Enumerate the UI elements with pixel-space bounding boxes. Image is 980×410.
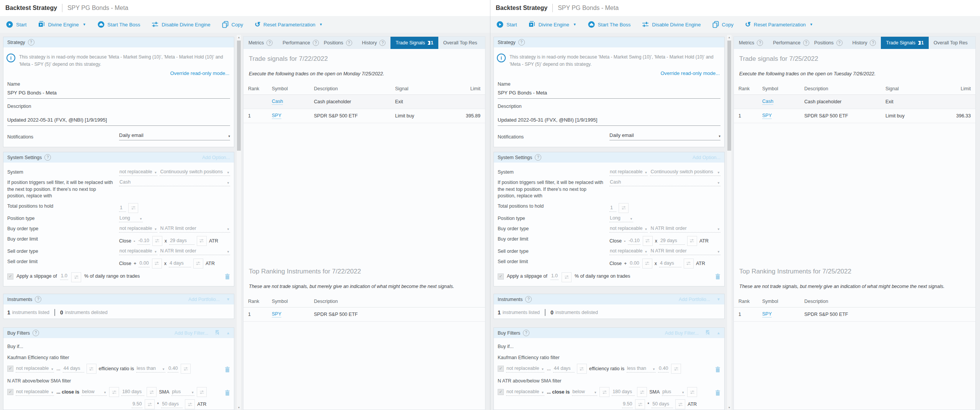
spy-symbol-link[interactable]: SPY — [272, 113, 281, 119]
parameterize-button[interactable] — [671, 364, 681, 374]
add-portfolio-link[interactable]: Add Portfolio... — [188, 297, 220, 302]
reset-parameterization-button[interactable]: ↺ Reset Parameterization ▼ — [255, 22, 323, 28]
natr-direction-dropdown[interactable]: below▼ — [572, 389, 597, 396]
kaufman-replaceable-checkbox[interactable] — [7, 366, 13, 372]
tab-metrics[interactable]: Metrics ? — [243, 37, 278, 49]
kaufman-replaceable-checkbox[interactable] — [498, 366, 504, 372]
scroll-up-arrow[interactable]: ▲ — [237, 35, 241, 39]
notifications-select[interactable]: Daily email ▾ — [609, 132, 720, 140]
spy-symbol-link[interactable]: SPY — [762, 311, 772, 317]
natr-op-dropdown[interactable]: plus▼ — [662, 389, 685, 396]
help-icon[interactable]: ? — [266, 40, 273, 46]
natr-replaceable-checkbox[interactable] — [498, 389, 504, 395]
scrollbar-thumb[interactable] — [237, 41, 241, 151]
parameterize-button[interactable] — [197, 387, 207, 397]
delete-natr-filter-button[interactable] — [715, 390, 720, 396]
add-buy-filter-link[interactable]: Add Buy Filter... — [175, 330, 208, 336]
help-icon[interactable]: ? — [836, 40, 843, 46]
buy-limit-offset-input[interactable]: -0.10 — [628, 238, 640, 245]
natr-mult-days-input[interactable]: 50 days — [161, 401, 183, 408]
tab-overall-top-results[interactable]: Overall Top Res — [438, 37, 482, 49]
chevron-up-icon[interactable]: ▲ — [717, 331, 720, 335]
bookmark-icon[interactable] — [215, 330, 220, 336]
parameterize-button[interactable] — [109, 387, 119, 397]
name-field[interactable]: SPY PG Bonds - Meta — [498, 90, 720, 99]
override-readonly-link[interactable]: Override read-only mode... — [660, 70, 720, 76]
parameterize-button[interactable] — [675, 399, 685, 409]
parameterize-button[interactable] — [577, 364, 587, 374]
kaufman-value-input[interactable]: 0.40 — [168, 366, 178, 373]
sell-limit-days-input[interactable]: 4 days — [169, 260, 191, 267]
delete-slippage-button[interactable] — [715, 273, 720, 280]
slippage-input[interactable]: 1.0 — [550, 273, 559, 280]
scroll-down-arrow[interactable]: ▼ — [237, 405, 241, 410]
sell-limit-offset-input[interactable]: 0.00 — [629, 260, 640, 267]
slippage-input[interactable]: 1.0 — [60, 273, 68, 280]
slippage-checkbox[interactable] — [498, 273, 504, 280]
spy-symbol-link[interactable]: SPY — [272, 311, 281, 317]
parameterize-button[interactable] — [147, 387, 157, 397]
parameterize-button[interactable] — [145, 399, 155, 409]
chevron-down-icon[interactable]: ▼ — [226, 297, 230, 301]
sell-order-replaceable-dropdown[interactable]: not replaceable▼ — [609, 248, 648, 255]
parameterize-button[interactable] — [152, 259, 162, 268]
parameterize-button[interactable] — [71, 272, 81, 282]
buy-limit-offset-input[interactable]: -0.10 — [137, 238, 150, 245]
tab-performance[interactable]: Performance ? — [768, 37, 809, 49]
help-icon[interactable]: ? — [44, 154, 51, 161]
kaufman-value-input[interactable]: 0.40 — [658, 366, 669, 373]
kaufman-comparator-dropdown[interactable]: less than▼ — [627, 366, 656, 373]
scroll-down-arrow[interactable]: ▼ — [727, 405, 732, 410]
start-button[interactable]: Start — [6, 21, 26, 28]
parameterize-button[interactable] — [635, 399, 645, 409]
bookmark-icon[interactable] — [705, 330, 710, 336]
parameterize-button[interactable] — [684, 259, 694, 268]
disable-divine-engine-button[interactable]: Disable Divine Engine — [152, 21, 210, 28]
spy-symbol-link[interactable]: SPY — [762, 113, 772, 119]
natr-direction-dropdown[interactable]: below▼ — [82, 389, 107, 396]
help-icon[interactable]: ? — [518, 39, 525, 46]
scroll-up-arrow[interactable]: ▲ — [727, 35, 732, 39]
override-readonly-link[interactable]: Override read-only mode... — [170, 70, 229, 76]
name-field[interactable]: SPY PG Bonds - Meta — [7, 90, 230, 99]
parameterize-button[interactable] — [599, 387, 609, 397]
buy-order-replaceable-dropdown[interactable]: not replaceable▼ — [609, 226, 648, 233]
divine-engine-button[interactable]: Divine Engine ▼ — [528, 21, 576, 28]
natr-mult-input[interactable]: 9.50 — [132, 401, 142, 408]
tab-overall-top-results[interactable]: Overall Top Res — [929, 37, 973, 49]
buy-limit-days-input[interactable]: 29 days — [169, 238, 194, 245]
delete-kaufman-filter-button[interactable] — [225, 366, 230, 373]
parameterize-button[interactable] — [152, 236, 162, 246]
parameterize-button[interactable] — [562, 272, 572, 282]
position-type-dropdown[interactable]: Long▼ — [609, 215, 633, 222]
disable-divine-engine-button[interactable]: Disable Divine Engine — [642, 21, 701, 28]
kaufman-replaceable-dropdown[interactable]: not replaceable▼ — [506, 366, 544, 373]
help-icon[interactable]: ? — [33, 330, 39, 336]
system-dropdown[interactable]: Continuously switch positions▼ — [160, 169, 230, 176]
tab-trade-signals[interactable]: Trade Signals 1 — [881, 37, 928, 49]
chevron-down-icon[interactable]: ▼ — [717, 297, 720, 301]
natr-replaceable-dropdown[interactable]: not replaceable▼ — [16, 389, 54, 396]
add-option-link[interactable]: Add Option... — [202, 155, 230, 160]
start-button[interactable]: Start — [497, 21, 517, 28]
system-replaceable-dropdown[interactable]: not replaceable▼ — [119, 169, 157, 176]
natr-mult-days-input[interactable]: 50 days — [652, 401, 673, 408]
natr-days-input[interactable]: 180 days — [121, 389, 144, 396]
parameterize-button[interactable] — [687, 387, 697, 397]
replace-with-dropdown[interactable]: Cash▼ — [119, 179, 230, 186]
help-icon[interactable]: ? — [525, 296, 532, 303]
tab-trade-signals[interactable]: Trade Signals 1 — [390, 37, 438, 49]
help-icon[interactable]: ? — [870, 40, 876, 46]
kaufman-days-input[interactable]: 44 days — [63, 366, 84, 373]
parameterize-button[interactable] — [619, 203, 629, 213]
add-portfolio-link[interactable]: Add Portfolio... — [679, 297, 710, 302]
delete-kaufman-filter-button[interactable] — [715, 366, 720, 373]
parameterize-button[interactable] — [193, 259, 203, 268]
scrollbar-thumb[interactable] — [727, 41, 731, 151]
tab-metrics[interactable]: Metrics ? — [734, 37, 768, 49]
sell-limit-offset-input[interactable]: 0.00 — [139, 260, 149, 267]
replace-with-dropdown[interactable]: Cash▼ — [609, 179, 720, 186]
parameterize-button[interactable] — [637, 387, 647, 397]
delete-slippage-button[interactable] — [225, 273, 230, 280]
natr-mult-input[interactable]: 9.50 — [622, 401, 633, 408]
